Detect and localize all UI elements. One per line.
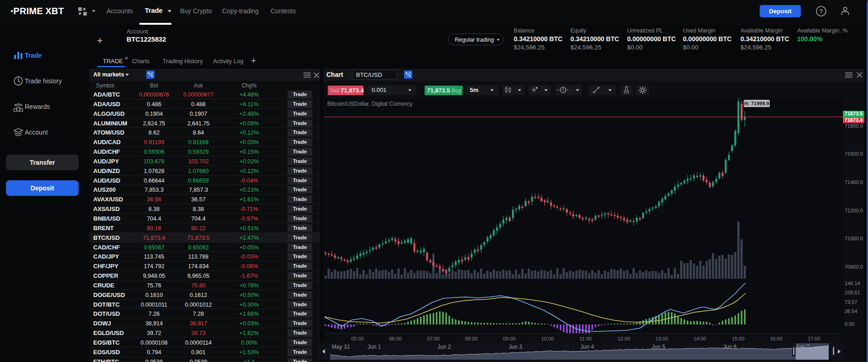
svg-text:?: ? (820, 8, 823, 15)
